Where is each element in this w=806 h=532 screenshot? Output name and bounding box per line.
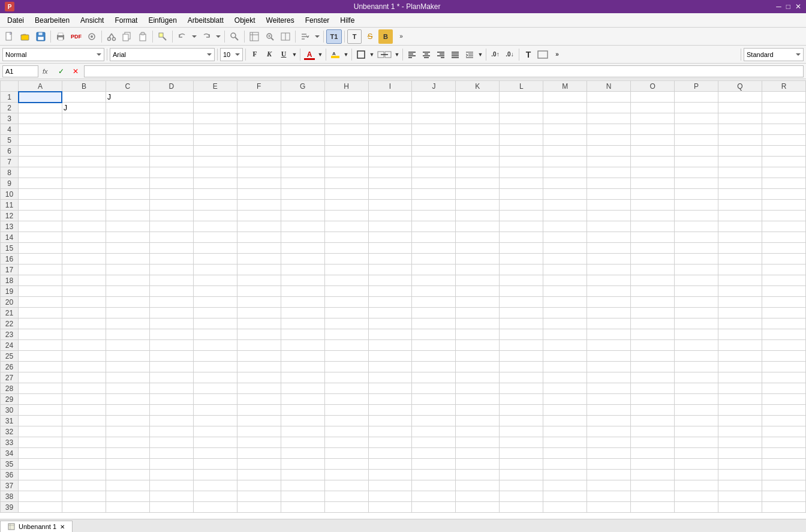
highlight-button[interactable]: A [329, 48, 342, 61]
strikethrough-button[interactable]: S [363, 29, 377, 44]
align-left-button[interactable] [405, 48, 419, 61]
svg-point-10 [108, 37, 111, 40]
formula-bar: A1 fx ✓ ✕ [0, 64, 806, 79]
sep-f7 [402, 49, 403, 61]
save-button[interactable] [34, 29, 48, 44]
bold-toolbar-button[interactable]: B [378, 29, 393, 44]
print-button[interactable] [53, 29, 68, 44]
indent-dropdown[interactable]: ▼ [477, 48, 483, 61]
formula-cancel-button[interactable]: ✕ [70, 65, 82, 77]
bold-button[interactable]: F [248, 48, 261, 61]
size-dropdown[interactable]: 10 [220, 48, 243, 61]
align-justify-button[interactable] [449, 48, 462, 61]
menu-item-datei[interactable]: Datei [2, 15, 29, 26]
menu-bar: DateiBearbeitenAnsichtFormatEinfügenArbe… [0, 13, 806, 28]
svg-marker-38 [207, 53, 212, 56]
svg-rect-7 [58, 33, 63, 35]
svg-point-22 [231, 33, 236, 38]
increase-font-button[interactable]: T [522, 48, 535, 61]
menu-item-format[interactable]: Format [110, 15, 142, 26]
style-dropdown-arrow [97, 52, 101, 57]
table-button[interactable] [247, 29, 261, 44]
window-title: Unbenannt 1 * - PlanMaker [18, 2, 776, 11]
menu-item-ansicht[interactable]: Ansicht [76, 15, 109, 26]
merge-button[interactable] [376, 48, 393, 61]
increase-decimal-button[interactable]: .0↑ [489, 48, 502, 61]
sep-f10 [741, 49, 741, 61]
sort-button[interactable] [298, 29, 312, 44]
menu-item-weiteres[interactable]: Weiteres [261, 15, 299, 26]
font-dropdown[interactable]: Arial [110, 48, 215, 61]
svg-rect-1 [21, 35, 29, 40]
menu-item-fenster[interactable]: Fenster [300, 15, 335, 26]
svg-rect-6 [58, 37, 63, 40]
align-right-button[interactable] [434, 48, 447, 61]
undo-button[interactable] [175, 29, 190, 44]
svg-line-13 [112, 34, 114, 38]
svg-line-23 [235, 37, 238, 40]
svg-text:fx: fx [43, 68, 48, 75]
highlight-dropdown[interactable]: ▼ [343, 48, 349, 61]
undo-dropdown-button[interactable] [191, 29, 198, 44]
formula-function-button[interactable]: fx [41, 65, 53, 77]
number-format-dropdown[interactable]: Standard [744, 48, 804, 61]
sep-f9 [519, 49, 519, 61]
sep-f1 [107, 49, 107, 61]
decrease-decimal-button[interactable]: .0↓ [503, 48, 516, 61]
font-color-button[interactable]: A [303, 48, 316, 61]
italic-button[interactable]: K [263, 48, 276, 61]
font-color-dropdown[interactable]: ▼ [317, 48, 323, 61]
minimize-button[interactable]: ─ [776, 2, 781, 11]
col-width-button[interactable] [278, 29, 293, 44]
more-toolbar-button[interactable]: » [394, 29, 408, 44]
svg-marker-67 [796, 53, 801, 56]
svg-text:A: A [332, 51, 336, 56]
text-format-button[interactable]: T [347, 29, 362, 44]
border-dropdown[interactable]: ▼ [369, 48, 375, 61]
redo-button[interactable] [199, 29, 213, 44]
title-bar: P Unbenannt 1 * - PlanMaker ─ □ ✕ [0, 0, 806, 13]
pdf-button[interactable]: PDF [69, 29, 83, 44]
style-dropdown[interactable]: Normal [2, 48, 104, 61]
format-painter-button[interactable] [155, 29, 170, 44]
merge-dropdown[interactable]: ▼ [394, 48, 400, 61]
cut-button[interactable] [104, 29, 119, 44]
align-center-button[interactable] [420, 48, 433, 61]
preview-button[interactable] [85, 29, 99, 44]
svg-line-12 [109, 34, 112, 38]
border-button[interactable] [354, 48, 368, 61]
paste-button[interactable] [136, 29, 150, 44]
close-button[interactable]: ✕ [795, 2, 801, 11]
svg-rect-3 [38, 32, 43, 35]
more-format-button[interactable]: » [551, 48, 564, 61]
cell-reference-box[interactable]: A1 [2, 65, 38, 77]
svg-point-9 [91, 35, 93, 38]
svg-marker-36 [315, 35, 320, 38]
indent-button[interactable] [463, 48, 476, 61]
svg-rect-16 [140, 34, 146, 41]
redo-dropdown-button[interactable] [215, 29, 222, 44]
formula-input[interactable] [84, 65, 804, 77]
new-button[interactable] [2, 29, 17, 44]
menu-item-objekt[interactable]: Objekt [230, 15, 260, 26]
find-button[interactable] [227, 29, 242, 44]
sep-f6 [351, 49, 352, 61]
sep2 [101, 31, 102, 43]
svg-rect-17 [141, 32, 145, 35]
maximize-button[interactable]: □ [786, 2, 790, 11]
formula-confirm-button[interactable]: ✓ [55, 65, 67, 77]
stretch-button[interactable] [536, 48, 549, 61]
open-button[interactable] [18, 29, 32, 44]
menu-item-arbeitsblatt[interactable]: Arbeitsblatt [183, 15, 228, 26]
underline-dropdown[interactable]: ▼ [291, 48, 297, 61]
zoom-button[interactable] [263, 29, 277, 44]
copy-button[interactable] [120, 29, 134, 44]
sep-f2 [217, 49, 218, 61]
sep7 [295, 31, 296, 43]
menu-item-hilfe[interactable]: Hilfe [335, 15, 359, 26]
sort-dropdown-button[interactable] [314, 29, 321, 44]
underline-button[interactable]: U [277, 48, 290, 61]
t1-button[interactable]: T1 [326, 29, 342, 44]
menu-item-einfügen[interactable]: Einfügen [143, 15, 181, 26]
menu-item-bearbeiten[interactable]: Bearbeiten [30, 15, 74, 26]
